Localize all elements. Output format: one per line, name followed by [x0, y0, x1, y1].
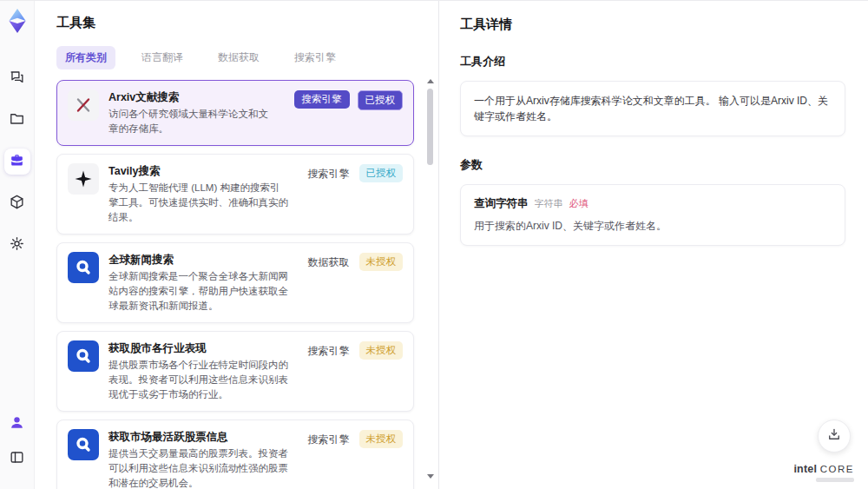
folder-icon: [9, 110, 25, 130]
tool-name: 获取股市各行业表现: [108, 340, 290, 356]
tool-cards-list: Arxiv文献搜索 访问各个研究领域大量科学论文和文章的存储库。 搜索引擎 已授…: [56, 80, 423, 489]
download-icon: [826, 426, 842, 446]
sidebar-item-user[interactable]: [4, 411, 30, 437]
sidebar-item-cube[interactable]: [4, 190, 30, 216]
scrollbar-thumb[interactable]: [427, 89, 433, 165]
intel-core-logo: intel core: [793, 463, 854, 482]
page-title: 工具集: [56, 15, 423, 31]
category-tab[interactable]: 语言翻译: [133, 46, 192, 69]
category-tab-label: 所有类别: [65, 51, 107, 63]
tool-auth-badge: 未授权: [359, 430, 404, 448]
tool-card[interactable]: 获取股市各行业表现 提供股票市场各个行业在特定时间段内的表现。投资者可以利用这些…: [56, 331, 414, 412]
tool-name: 获取市场最活跃股票信息: [108, 429, 290, 445]
param-box: 查询字符串 字符串 必填 用于搜索的Arxiv ID、关键字或作者姓名。: [460, 184, 845, 246]
tool-auth-badge: 未授权: [359, 253, 404, 271]
icon-sidebar: [0, 1, 35, 489]
category-tabs: 所有类别语言翻译数据获取搜索引擎: [56, 46, 423, 69]
tool-name: 全球新闻搜索: [108, 252, 290, 268]
intro-box: 一个用于从Arxiv存储库搜索科学论文和文章的工具。 输入可以是Arxiv ID…: [460, 81, 845, 136]
tool-auth-badge: 已授权: [359, 164, 404, 182]
sidebar-nav: [4, 65, 30, 274]
scroll-down-arrow[interactable]: [427, 474, 434, 479]
category-tab-label: 语言翻译: [141, 51, 183, 63]
tool-description: 全球新闻搜索是一个聚合全球各大新闻网站内容的搜索引擎，帮助用户快速获取全球最新资…: [108, 269, 290, 314]
tool-badges: 搜索引擎 未授权: [306, 340, 404, 402]
intro-heading: 工具介绍: [460, 54, 845, 69]
tool-card-body: Arxiv文献搜索 访问各个研究领域大量科学论文和文章的存储库。: [108, 89, 278, 136]
category-tab[interactable]: 搜索引擎: [286, 46, 345, 69]
tool-card[interactable]: Arxiv文献搜索 访问各个研究领域大量科学论文和文章的存储库。 搜索引擎 已授…: [56, 80, 414, 146]
tool-badges: 搜索引擎 未授权: [306, 429, 404, 489]
sidebar-item-panel-toggle[interactable]: [4, 446, 30, 472]
param-required-badge: 必填: [569, 197, 589, 210]
tool-category-badge: 搜索引擎: [306, 341, 352, 361]
scroll-up-arrow[interactable]: [427, 79, 434, 83]
briefcase-icon: [9, 152, 25, 172]
param-description: 用于搜索的Arxiv ID、关键字或作者姓名。: [474, 219, 832, 234]
tool-badges: 数据获取 未授权: [306, 252, 404, 314]
tool-card-body: 获取市场最活跃股票信息 提供当天交易量最高的股票列表。投资者可以利用这些信息来识…: [108, 429, 290, 489]
tool-category-badge: 搜索引擎: [306, 430, 352, 450]
intro-text: 一个用于从Arxiv存储库搜索科学论文和文章的工具。 输入可以是Arxiv ID…: [474, 93, 832, 124]
detail-title: 工具详情: [460, 17, 845, 33]
list-scrollbar[interactable]: [426, 79, 434, 479]
tool-category-badge: 搜索引擎: [294, 90, 350, 109]
sidebar-item-chat[interactable]: [4, 65, 30, 91]
arxiv-x-icon: [68, 89, 99, 121]
param-header: 查询字符串 字符串 必填: [474, 196, 832, 211]
tool-description: 提供股票市场各个行业在特定时间段内的表现。投资者可以利用这些信息来识别表现优于或…: [108, 358, 290, 402]
param-type: 字符串: [535, 197, 563, 210]
tool-name: Arxiv文献搜索: [108, 89, 278, 105]
tools-list-panel: 工具集 所有类别语言翻译数据获取搜索引擎 Arxiv文献搜索 访问各个研究领域大…: [35, 1, 438, 489]
tool-badges: 搜索引擎 已授权: [294, 89, 404, 136]
brand-series: core: [820, 464, 854, 474]
download-button[interactable]: [818, 420, 851, 453]
params-heading: 参数: [460, 157, 845, 173]
cube-icon: [9, 194, 25, 214]
user-icon: [9, 414, 25, 434]
tool-card-body: 全球新闻搜索 全球新闻搜索是一个聚合全球各大新闻网站内容的搜索引擎，帮助用户快速…: [108, 252, 290, 314]
brand-name: intel: [793, 463, 817, 475]
category-tab[interactable]: 所有类别: [56, 46, 115, 69]
tool-auth-badge: 未授权: [359, 341, 404, 360]
category-tab[interactable]: 数据获取: [209, 46, 268, 69]
tool-card[interactable]: Tavily搜索 专为人工智能代理 (LLM) 构建的搜索引擎工具。可快速提供实…: [56, 154, 414, 235]
tool-detail-panel: 工具详情 工具介绍 一个用于从Arxiv存储库搜索科学论文和文章的工具。 输入可…: [438, 1, 868, 489]
tool-card[interactable]: 全球新闻搜索 全球新闻搜索是一个聚合全球各大新闻网站内容的搜索引擎，帮助用户快速…: [56, 242, 414, 323]
category-tab-label: 搜索引擎: [294, 51, 336, 63]
tool-card-body: Tavily搜索 专为人工智能代理 (LLM) 构建的搜索引擎工具。可快速提供实…: [108, 163, 290, 225]
tool-category-badge: 搜索引擎: [306, 164, 352, 184]
tool-description: 访问各个研究领域大量科学论文和文章的存储库。: [108, 107, 278, 136]
tool-card-body: 获取股市各行业表现 提供股票市场各个行业在特定时间段内的表现。投资者可以利用这些…: [108, 340, 290, 402]
tool-description: 提供当天交易量最高的股票列表。投资者可以利用这些信息来识别流动性强的股票和潜在的…: [108, 446, 290, 489]
sidebar-bottom-nav: [4, 411, 30, 480]
tool-description: 专为人工智能代理 (LLM) 构建的搜索引擎工具。可快速提供实时、准确和真实的结…: [108, 181, 290, 225]
sidebar-item-gear[interactable]: [4, 232, 30, 258]
app-window: 工具集 所有类别语言翻译数据获取搜索引擎 Arxiv文献搜索 访问各个研究领域大…: [0, 0, 868, 489]
chat-icon: [9, 69, 25, 89]
tool-category-badge: 数据获取: [306, 253, 352, 273]
panel-toggle-icon: [9, 449, 25, 469]
tool-badges: 搜索引擎 已授权: [306, 163, 404, 225]
blue-magnifier-icon: [68, 429, 99, 460]
tavily-star-icon: [68, 163, 99, 195]
tool-auth-badge: 已授权: [358, 90, 404, 110]
blue-magnifier-icon: [68, 340, 99, 372]
sidebar-item-briefcase[interactable]: [4, 149, 30, 175]
sidebar-item-folder[interactable]: [4, 107, 30, 133]
tool-name: Tavily搜索: [108, 163, 290, 179]
blue-magnifier-icon: [68, 252, 99, 283]
gear-icon: [9, 235, 25, 255]
brand-subbar: [816, 478, 854, 482]
tool-card[interactable]: 获取市场最活跃股票信息 提供当天交易量最高的股票列表。投资者可以利用这些信息来识…: [56, 420, 414, 489]
app-logo-icon[interactable]: [5, 8, 30, 34]
param-name: 查询字符串: [474, 196, 529, 211]
category-tab-label: 数据获取: [218, 51, 260, 63]
